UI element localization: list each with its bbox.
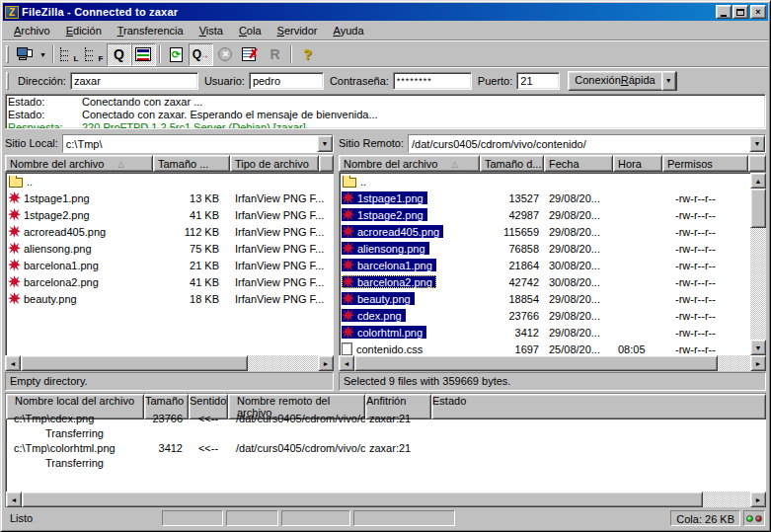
remote-hscrollbar[interactable]: ◄ ►: [339, 355, 766, 371]
title-bar[interactable]: Z FileZilla - Connected to zaxar ×: [3, 3, 768, 21]
local-col-size[interactable]: Tamaño ...: [153, 155, 230, 172]
scroll-left-icon[interactable]: ◄: [339, 355, 354, 371]
refresh-button[interactable]: ⟳: [164, 43, 189, 66]
site-manager-dropdown[interactable]: ▼: [37, 51, 49, 58]
scrollbar-track[interactable]: [248, 355, 318, 371]
remote-file-row[interactable]: acroread405.png11565929/08/20...-rw-r--r…: [340, 223, 750, 240]
scrollbar-track[interactable]: [718, 355, 750, 371]
local-path-input[interactable]: [63, 135, 317, 152]
local-file-row[interactable]: 1stpage1.png13 KBIrfanView PNG F...: [6, 190, 334, 206]
port-input[interactable]: [516, 72, 560, 90]
remote-file-row[interactable]: ..: [340, 173, 750, 190]
sort-ascending-icon: △: [117, 160, 123, 169]
scrollbar-thumb[interactable]: [22, 492, 703, 507]
local-file-row[interactable]: aliensong.png75 KBIrfanView PNG F...: [6, 240, 334, 257]
file-type: IrfanView PNG F...: [231, 243, 334, 255]
scroll-right-icon[interactable]: ►: [318, 355, 334, 371]
scroll-right-icon[interactable]: ►: [750, 492, 766, 507]
file-size: 21864: [481, 260, 545, 271]
local-path-dropdown[interactable]: ▼: [317, 135, 333, 152]
maximize-button[interactable]: [732, 5, 748, 19]
remote-col-time[interactable]: Hora: [613, 155, 662, 172]
help-button[interactable]: ?: [295, 43, 320, 66]
menu-cola[interactable]: Cola: [231, 23, 270, 39]
remote-file-row[interactable]: beauty.png1885429/08/20...-rw-r--r--: [340, 290, 750, 307]
file-name-cell: beauty.png: [340, 292, 481, 305]
file-size: 76858: [481, 243, 545, 255]
remote-vscrollbar[interactable]: ▲ ▼: [750, 173, 766, 355]
local-file-row[interactable]: ..: [6, 173, 334, 190]
menu-archivo[interactable]: Archivo: [6, 23, 58, 39]
queue-size: 23766: [144, 413, 189, 424]
queue-host: zaxar:21: [365, 413, 431, 424]
process-queue-button[interactable]: Q→: [189, 43, 213, 66]
remote-file-row[interactable]: 1stpage2.png4298729/08/20...-rw-r--r--: [340, 206, 750, 223]
user-input[interactable]: [249, 72, 324, 90]
remote-file-row[interactable]: 1stpage1.png1352729/08/20...-rw-r--r--: [340, 190, 750, 206]
remote-file-row[interactable]: aliensong.png7685829/08/20...-rw-r--r--: [340, 240, 750, 257]
scrollbar-thumb[interactable]: [21, 355, 248, 371]
local-file-row[interactable]: beauty.png18 KBIrfanView PNG F...: [6, 290, 334, 307]
queue-row[interactable]: c:\Tmp\colorhtml.png3412<<--/dat/curs040…: [6, 440, 766, 455]
remote-path-input[interactable]: [409, 135, 749, 152]
file-size: 112 KB: [154, 226, 231, 238]
remote-file-row[interactable]: barcelona1.png2186430/08/20...-rw-r--r--: [340, 257, 750, 273]
menu-edicion[interactable]: Edición: [58, 23, 110, 39]
remote-col-perms[interactable]: Permisos: [662, 155, 748, 172]
local-hscrollbar[interactable]: ◄ ►: [5, 355, 334, 371]
file-name-cell: 1stpage2.png: [6, 208, 154, 221]
password-input[interactable]: [393, 72, 472, 90]
local-col-name[interactable]: Nombre del archivo△: [5, 155, 153, 172]
address-input[interactable]: [70, 72, 198, 90]
local-file-row[interactable]: barcelona1.png21 KBIrfanView PNG F...: [6, 257, 334, 273]
local-col-type[interactable]: Tipo de archivo: [230, 155, 319, 172]
scrollbar-thumb[interactable]: [354, 355, 718, 371]
quickconnect-gripper[interactable]: [6, 72, 9, 90]
remote-file-row[interactable]: colorhtml.png341229/08/20...-rw-r--r--: [340, 324, 750, 341]
local-file-row[interactable]: barcelona2.png41 KBIrfanView PNG F...: [6, 273, 334, 290]
queue-hscrollbar[interactable]: ◄ ►: [6, 492, 766, 507]
close-button[interactable]: ×: [750, 5, 766, 19]
file-size: 23766: [481, 310, 545, 322]
menu-transferencia[interactable]: Transferencia: [110, 23, 192, 39]
local-file-list[interactable]: ..1stpage1.png13 KBIrfanView PNG F...1st…: [5, 172, 334, 355]
menu-vista[interactable]: Vista: [192, 23, 231, 39]
app-icon[interactable]: Z: [5, 6, 19, 19]
local-treeview-button[interactable]: L: [57, 43, 82, 66]
remote-file-row[interactable]: contenido.css169725/08/20...08:05-rw-r--…: [340, 341, 750, 355]
scrollbar-track[interactable]: [750, 228, 766, 340]
logview-toggle-button[interactable]: [131, 43, 156, 66]
remote-file-row[interactable]: cdex.png2376629/08/20...-rw-r--r--: [340, 307, 750, 324]
scroll-down-icon[interactable]: ▼: [750, 340, 766, 355]
remote-treeview-button[interactable]: F: [82, 43, 107, 66]
local-file-row[interactable]: acroread405.png112 KBIrfanView PNG F...: [6, 223, 334, 240]
scroll-left-icon[interactable]: ◄: [6, 492, 22, 507]
site-manager-button[interactable]: [12, 43, 37, 66]
scrollbar-thumb[interactable]: [750, 189, 766, 228]
remote-col-size[interactable]: Tamaño d...: [480, 155, 544, 172]
file-name: barcelona1.png: [24, 260, 99, 271]
scroll-up-icon[interactable]: ▲: [750, 173, 766, 189]
remote-col-name[interactable]: Nombre del archivo△: [339, 155, 480, 172]
address-label: Dirección:: [18, 75, 66, 87]
message-log[interactable]: Estado:Conectando con zaxar ...Estado:Co…: [5, 94, 766, 129]
scrollbar-track[interactable]: [703, 492, 750, 507]
selected-file: barcelona2.png: [342, 275, 436, 288]
disconnect-button[interactable]: ✗: [238, 43, 263, 66]
queue-row[interactable]: c:\Tmp\cdex.png23766<<--/dat/curs0405/cd…: [6, 411, 766, 425]
menu-ayuda[interactable]: Ayuda: [326, 23, 372, 39]
local-file-row[interactable]: 1stpage2.png41 KBIrfanView PNG F...: [6, 206, 334, 223]
toolbar-gripper[interactable]: [6, 45, 9, 63]
remote-path-dropdown[interactable]: ▼: [749, 135, 765, 152]
minimize-button[interactable]: [716, 5, 732, 19]
remote-col-date[interactable]: Fecha: [544, 155, 613, 172]
scroll-left-icon[interactable]: ◄: [5, 355, 21, 371]
quickconnect-button[interactable]: ConexiónRápida ▼: [568, 71, 676, 91]
remote-file-list[interactable]: ..1stpage1.png1352729/08/20...-rw-r--r--…: [339, 172, 766, 355]
quickconnect-dropdown[interactable]: ▼: [661, 71, 676, 91]
menu-servidor[interactable]: Servidor: [270, 23, 326, 39]
queue-toggle-button[interactable]: Q: [107, 43, 131, 66]
scroll-right-icon[interactable]: ►: [750, 355, 766, 371]
queue-body[interactable]: c:\Tmp\cdex.png23766<<--/dat/curs0405/cd…: [6, 411, 766, 492]
remote-file-row[interactable]: barcelona2.png4274230/08/20...-rw-r--r--: [340, 273, 750, 290]
